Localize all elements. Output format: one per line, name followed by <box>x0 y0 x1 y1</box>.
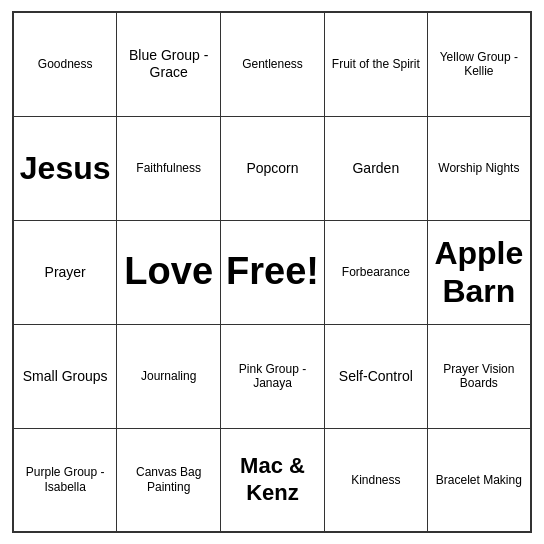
cell-r2-c2: Free! <box>221 220 325 324</box>
cell-r3-c0: Small Groups <box>13 324 117 428</box>
cell-r4-c1: Canvas Bag Painting <box>117 428 221 532</box>
cell-r1-c2: Popcorn <box>221 116 325 220</box>
cell-r3-c2: Pink Group - Janaya <box>221 324 325 428</box>
cell-r4-c0: Purple Group - Isabella <box>13 428 117 532</box>
cell-r1-c4: Worship Nights <box>427 116 531 220</box>
cell-r0-c3: Fruit of the Spirit <box>324 12 427 116</box>
cell-r2-c1: Love <box>117 220 221 324</box>
cell-r1-c0: Jesus <box>13 116 117 220</box>
cell-r4-c4: Bracelet Making <box>427 428 531 532</box>
cell-r2-c4: Apple Barn <box>427 220 531 324</box>
cell-r0-c1: Blue Group - Grace <box>117 12 221 116</box>
cell-r2-c0: Prayer <box>13 220 117 324</box>
cell-r2-c3: Forbearance <box>324 220 427 324</box>
cell-r4-c3: Kindness <box>324 428 427 532</box>
cell-r4-c2: Mac & Kenz <box>221 428 325 532</box>
cell-r3-c3: Self-Control <box>324 324 427 428</box>
cell-r0-c2: Gentleness <box>221 12 325 116</box>
cell-r1-c3: Garden <box>324 116 427 220</box>
cell-r1-c1: Faithfulness <box>117 116 221 220</box>
cell-r3-c1: Journaling <box>117 324 221 428</box>
cell-r0-c4: Yellow Group - Kellie <box>427 12 531 116</box>
bingo-board: GoodnessBlue Group - GraceGentlenessFrui… <box>12 11 532 533</box>
cell-r0-c0: Goodness <box>13 12 117 116</box>
cell-r3-c4: Prayer Vision Boards <box>427 324 531 428</box>
